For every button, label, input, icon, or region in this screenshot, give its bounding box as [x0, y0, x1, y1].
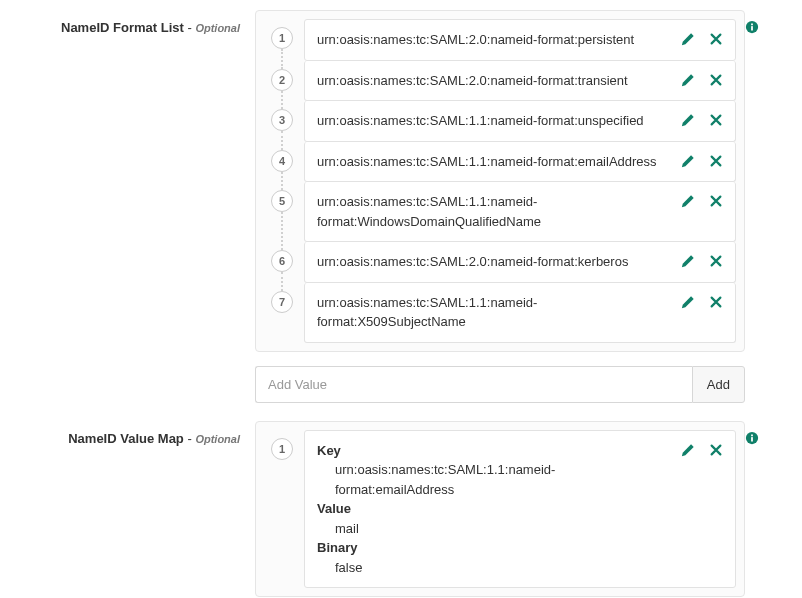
- edit-icon[interactable]: [681, 295, 695, 309]
- delete-icon[interactable]: [709, 154, 723, 168]
- item-value: urn:oasis:names:tc:SAML:2.0:nameid-forma…: [317, 71, 673, 91]
- delete-icon[interactable]: [709, 295, 723, 309]
- item-value: urn:oasis:names:tc:SAML:2.0:nameid-forma…: [317, 252, 673, 272]
- optional-text: Optional: [195, 22, 240, 34]
- index-badge: 1: [271, 27, 293, 49]
- edit-icon[interactable]: [681, 32, 695, 46]
- delete-icon[interactable]: [709, 254, 723, 268]
- svg-rect-5: [751, 434, 753, 436]
- delete-icon[interactable]: [709, 113, 723, 127]
- add-value-row: Add: [255, 366, 745, 403]
- label-text: NameID Format List: [61, 20, 184, 35]
- svg-rect-4: [751, 437, 753, 441]
- nameid-value-map-panel: 1 Key urn:oasis:names:tc:SAML:1.1:nameid…: [255, 421, 745, 598]
- index-badge: 5: [271, 190, 293, 212]
- edit-icon[interactable]: [681, 113, 695, 127]
- nameid-value-map-section: NameID Value Map - Optional 1 Key urn:oa…: [0, 421, 802, 598]
- info-icon[interactable]: [745, 431, 785, 445]
- edit-icon[interactable]: [681, 154, 695, 168]
- delete-icon[interactable]: [709, 32, 723, 46]
- delete-icon[interactable]: [709, 73, 723, 87]
- map-key-value: urn:oasis:names:tc:SAML:1.1:nameid-forma…: [317, 460, 673, 499]
- edit-icon[interactable]: [681, 194, 695, 208]
- edit-icon[interactable]: [681, 443, 695, 457]
- list-item: 3 urn:oasis:names:tc:SAML:1.1:nameid-for…: [264, 101, 736, 142]
- list-item: 7 urn:oasis:names:tc:SAML:1.1:nameid-for…: [264, 283, 736, 343]
- index-badge: 2: [271, 69, 293, 91]
- svg-rect-2: [751, 24, 753, 26]
- nameid-format-list-label: NameID Format List - Optional: [0, 10, 255, 35]
- optional-text: Optional: [195, 433, 240, 445]
- index-badge: 4: [271, 150, 293, 172]
- delete-icon[interactable]: [709, 194, 723, 208]
- nameid-format-list-section: NameID Format List - Optional 1 urn:oasi…: [0, 10, 802, 403]
- add-value-button[interactable]: Add: [692, 366, 745, 403]
- list-item: 5 urn:oasis:names:tc:SAML:1.1:nameid-for…: [264, 182, 736, 242]
- list-item: 2 urn:oasis:names:tc:SAML:2.0:nameid-for…: [264, 61, 736, 102]
- info-icon[interactable]: [745, 20, 785, 34]
- map-value-value: mail: [317, 519, 673, 539]
- svg-rect-1: [751, 26, 753, 30]
- item-value: urn:oasis:names:tc:SAML:1.1:nameid-forma…: [317, 111, 673, 131]
- map-binary-label: Binary: [317, 538, 673, 558]
- list-item: 1 Key urn:oasis:names:tc:SAML:1.1:nameid…: [264, 430, 736, 589]
- list-item: 4 urn:oasis:names:tc:SAML:1.1:nameid-for…: [264, 142, 736, 183]
- item-value: urn:oasis:names:tc:SAML:1.1:nameid-forma…: [317, 152, 673, 172]
- edit-icon[interactable]: [681, 254, 695, 268]
- list-item: 1 urn:oasis:names:tc:SAML:2.0:nameid-for…: [264, 19, 736, 61]
- label-text: NameID Value Map: [68, 431, 184, 446]
- map-binary-value: false: [317, 558, 673, 578]
- nameid-format-list-panel: 1 urn:oasis:names:tc:SAML:2.0:nameid-for…: [255, 10, 745, 352]
- list-item: 6 urn:oasis:names:tc:SAML:2.0:nameid-for…: [264, 242, 736, 283]
- index-badge: 7: [271, 291, 293, 313]
- add-value-input[interactable]: [255, 366, 692, 403]
- nameid-value-map-label: NameID Value Map - Optional: [0, 421, 255, 446]
- map-key-label: Key: [317, 441, 673, 461]
- index-badge: 3: [271, 109, 293, 131]
- item-value: urn:oasis:names:tc:SAML:1.1:nameid-forma…: [317, 192, 673, 231]
- index-badge: 6: [271, 250, 293, 272]
- index-badge: 1: [271, 438, 293, 460]
- item-value: urn:oasis:names:tc:SAML:2.0:nameid-forma…: [317, 30, 673, 50]
- delete-icon[interactable]: [709, 443, 723, 457]
- item-value: urn:oasis:names:tc:SAML:1.1:nameid-forma…: [317, 293, 673, 332]
- edit-icon[interactable]: [681, 73, 695, 87]
- map-value-label: Value: [317, 499, 673, 519]
